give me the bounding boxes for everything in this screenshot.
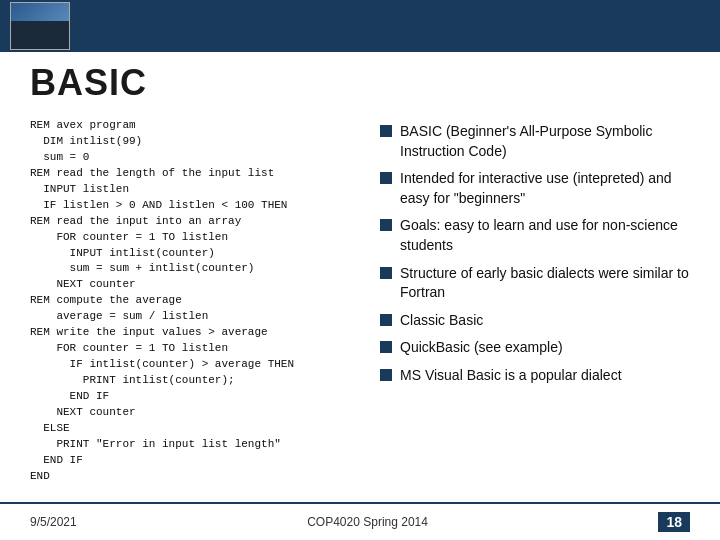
footer-course: COP4020 Spring 2014 <box>307 515 428 529</box>
footer-page: 18 <box>658 512 690 532</box>
code-panel: REM avex program DIM intlist(99) sum = 0… <box>30 118 360 486</box>
bullet-text: Goals: easy to learn and use for non-sci… <box>400 216 690 255</box>
bullet-text: Structure of early basic dialects were s… <box>400 264 690 303</box>
bullet-item: Intended for interactive use (intepreted… <box>380 169 690 208</box>
slide: BASIC REM avex program DIM intlist(99) s… <box>0 0 720 540</box>
content-area: REM avex program DIM intlist(99) sum = 0… <box>0 118 720 496</box>
bullet-square-icon <box>380 172 392 184</box>
bullet-square-icon <box>380 369 392 381</box>
bullet-text: Classic Basic <box>400 311 483 331</box>
footer-date: 9/5/2021 <box>30 515 77 529</box>
bullet-panel: BASIC (Beginner's All-Purpose Symbolic I… <box>380 118 690 486</box>
bullet-text: BASIC (Beginner's All-Purpose Symbolic I… <box>400 122 690 161</box>
slide-title: BASIC <box>30 62 690 104</box>
footer: 9/5/2021 COP4020 Spring 2014 18 <box>0 502 720 540</box>
bullet-text: MS Visual Basic is a popular dialect <box>400 366 622 386</box>
bullet-item: Structure of early basic dialects were s… <box>380 264 690 303</box>
bullet-text: Intended for interactive use (intepreted… <box>400 169 690 208</box>
title-area: BASIC <box>0 52 720 118</box>
bullet-item: Goals: easy to learn and use for non-sci… <box>380 216 690 255</box>
bullet-square-icon <box>380 314 392 326</box>
bullet-item: Classic Basic <box>380 311 690 331</box>
bullet-item: QuickBasic (see example) <box>380 338 690 358</box>
bullet-square-icon <box>380 341 392 353</box>
bullet-item: BASIC (Beginner's All-Purpose Symbolic I… <box>380 122 690 161</box>
top-bar <box>0 0 720 52</box>
bullet-square-icon <box>380 267 392 279</box>
bullet-text: QuickBasic (see example) <box>400 338 563 358</box>
bullet-item: MS Visual Basic is a popular dialect <box>380 366 690 386</box>
bullet-square-icon <box>380 219 392 231</box>
bullet-square-icon <box>380 125 392 137</box>
header-image <box>10 2 70 50</box>
